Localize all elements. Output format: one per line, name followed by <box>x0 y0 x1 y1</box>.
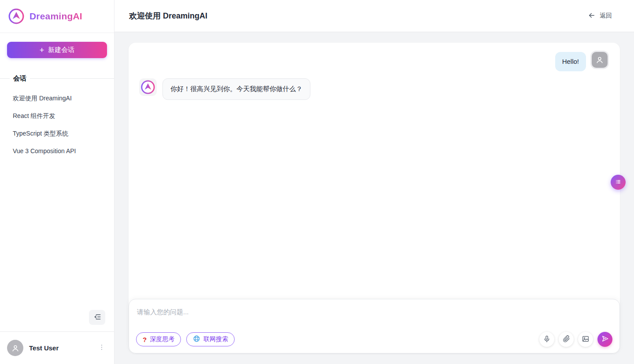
composer-pills: ? 深度思考 <box>136 332 235 346</box>
plus-icon: + <box>40 46 44 54</box>
conversations-section-title: 会话 <box>10 74 30 83</box>
new-chat-label: 新建会话 <box>48 46 74 54</box>
user-message-avatar <box>592 52 608 68</box>
conversation-item-react[interactable]: React 组件开发 <box>7 107 107 125</box>
brand-header: DreamingAI <box>0 0 114 33</box>
user-message-bubble: Hello! <box>555 52 586 71</box>
composer-toolbar: ? 深度思考 <box>136 332 612 347</box>
web-search-toggle[interactable]: 联网搜索 <box>186 332 235 346</box>
paperclip-icon <box>562 335 570 344</box>
brand-name: DreamingAI <box>29 11 82 22</box>
conversation-list: 欢迎使用 DreamingAI React 组件开发 TypeScript 类型… <box>0 90 114 159</box>
list-icon <box>614 178 622 187</box>
page-title: 欢迎使用 DreamingAI <box>129 11 207 21</box>
microphone-icon <box>543 335 551 344</box>
composer-actions <box>539 332 612 347</box>
main-area: 欢迎使用 DreamingAI 返回 Hello! <box>114 0 634 364</box>
web-search-label: 联网搜索 <box>203 335 228 343</box>
user-message-row: Hello! <box>139 52 608 71</box>
collapse-sidebar-icon <box>93 313 102 323</box>
dots-vertical-icon <box>98 344 105 352</box>
user-avatar <box>7 340 23 356</box>
back-label: 返回 <box>600 12 612 20</box>
user-name: Test User <box>29 344 91 352</box>
new-chat-button[interactable]: + 新建会话 <box>7 42 107 58</box>
message-input[interactable] <box>136 305 612 324</box>
assistant-message-avatar <box>139 78 157 96</box>
composer: ? 深度思考 <box>129 299 620 353</box>
attach-file-button[interactable] <box>559 332 574 347</box>
globe-icon <box>193 335 200 344</box>
message-list: Hello! <box>129 43 620 299</box>
collapse-row <box>0 310 114 331</box>
conversation-list-floating-button[interactable] <box>611 175 626 190</box>
conversations-section-divider: 会话 <box>0 74 114 83</box>
user-profile-row[interactable]: Test User <box>0 331 114 364</box>
image-icon <box>582 335 590 344</box>
question-mark-icon: ? <box>143 336 147 343</box>
brand-logo-icon <box>8 8 25 25</box>
conversation-item-typescript[interactable]: TypeScript 类型系统 <box>7 125 107 143</box>
send-button[interactable] <box>597 332 612 347</box>
voice-input-button[interactable] <box>539 332 554 347</box>
send-icon <box>601 335 609 344</box>
app-window: DreamingAI + 新建会话 会话 欢迎使用 DreamingAI Rea… <box>0 0 634 364</box>
conversation-item-welcome[interactable]: 欢迎使用 DreamingAI <box>7 90 107 107</box>
chat-card: Hello! <box>129 43 620 353</box>
page-header: 欢迎使用 DreamingAI 返回 <box>114 0 634 32</box>
sidebar: DreamingAI + 新建会话 会话 欢迎使用 DreamingAI Rea… <box>0 0 114 364</box>
collapse-sidebar-button[interactable] <box>89 310 105 325</box>
upload-image-button[interactable] <box>578 332 593 347</box>
back-button[interactable]: 返回 <box>588 11 612 21</box>
sidebar-spacer <box>0 159 114 310</box>
arrow-left-icon <box>588 11 596 21</box>
deep-think-label: 深度思考 <box>150 335 174 343</box>
assistant-message-row: 你好！很高兴见到你。今天我能帮你做什么？ <box>139 78 608 99</box>
user-menu-button[interactable] <box>96 342 107 354</box>
deep-think-toggle[interactable]: ? 深度思考 <box>136 332 181 346</box>
assistant-message-bubble: 你好！很高兴见到你。今天我能帮你做什么？ <box>162 78 310 99</box>
chat-content: Hello! <box>114 32 634 364</box>
conversation-item-vue[interactable]: Vue 3 Composition API <box>7 143 107 159</box>
